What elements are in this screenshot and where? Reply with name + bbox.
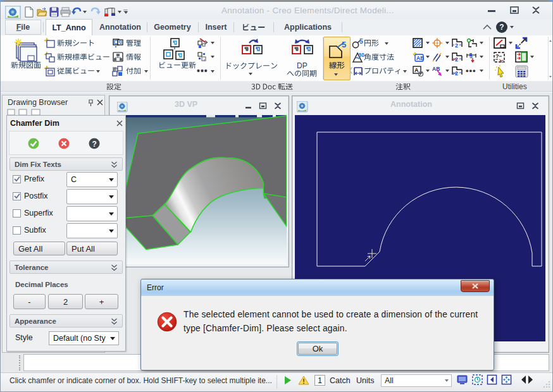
svg-text:AB: AB (416, 55, 424, 61)
svg-text:2: 2 (455, 42, 458, 49)
svg-text:A: A (414, 67, 419, 73)
svg-text:5: 5 (469, 53, 473, 59)
svg-text:?: ? (92, 140, 97, 149)
svg-text:?: ? (495, 53, 499, 59)
svg-text:5: 5 (342, 40, 346, 49)
svg-text:5: 5 (359, 38, 363, 45)
svg-text:AB: AB (432, 66, 440, 72)
